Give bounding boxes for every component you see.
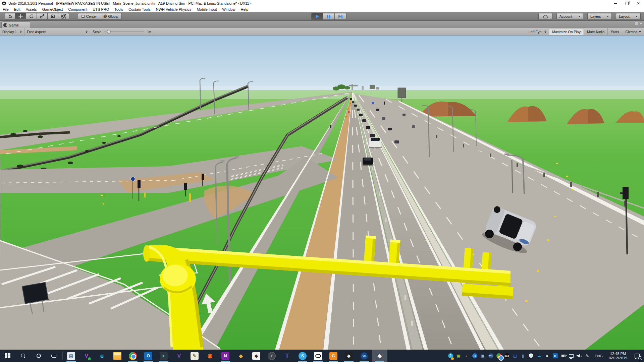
taskbar-app-chrome[interactable] bbox=[125, 350, 141, 362]
taskbar-app-visual-studio[interactable]: V bbox=[171, 350, 187, 362]
pivot-toggle-button[interactable]: Center bbox=[78, 13, 100, 19]
scale-slider-knob[interactable] bbox=[107, 30, 111, 34]
tray-volume[interactable] bbox=[575, 350, 583, 362]
menu-tools[interactable]: Tools bbox=[112, 7, 126, 11]
unity-toolbar: Center Global Account Layers Layout bbox=[0, 12, 644, 21]
stats-toggle[interactable]: Stats bbox=[608, 28, 622, 35]
restore-button[interactable] bbox=[621, 0, 633, 7]
taskbar-app-file-explorer[interactable] bbox=[110, 350, 125, 362]
taskbar-app-outlook[interactable]: O bbox=[141, 350, 156, 362]
layout-dropdown[interactable]: Layout bbox=[616, 13, 641, 20]
mute-audio-toggle[interactable]: Mute Audio bbox=[584, 28, 608, 35]
menu-nwh-vehicle-physics[interactable]: NWH Vehicle Physics bbox=[153, 7, 194, 11]
taskbar-app-drawio[interactable]: ◆ bbox=[233, 350, 249, 362]
move-tool-button[interactable] bbox=[15, 13, 26, 19]
taskbar-app-y[interactable]: Y bbox=[264, 350, 279, 362]
play-button[interactable] bbox=[311, 13, 323, 20]
tray-battery[interactable] bbox=[559, 350, 567, 362]
taskbar-app-skype[interactable]: S bbox=[295, 350, 310, 362]
task-view-button[interactable] bbox=[46, 350, 62, 362]
transform-tool-button[interactable] bbox=[58, 13, 69, 19]
tab-menu-icon[interactable] bbox=[635, 22, 638, 25]
menu-help[interactable]: Help bbox=[238, 7, 251, 11]
clock-time: 12:48 PM bbox=[610, 352, 626, 356]
aspect-selector[interactable]: Free Aspect bbox=[24, 28, 90, 35]
taskbar-app-terminal[interactable]: > bbox=[156, 350, 171, 362]
tray-spreadsheet[interactable]: ▦ bbox=[454, 350, 463, 362]
cortana-button[interactable] bbox=[31, 350, 46, 362]
taskbar-app-teams[interactable]: T bbox=[279, 350, 295, 362]
pause-button[interactable] bbox=[323, 13, 335, 20]
eye-selector[interactable]: Left Eye bbox=[526, 28, 549, 35]
outlook-icon: O bbox=[144, 352, 152, 360]
scale-tool-button[interactable] bbox=[37, 13, 48, 19]
menu-gameobject[interactable]: GameObject bbox=[40, 7, 66, 11]
tray-bluetooth[interactable]: B bbox=[471, 350, 479, 362]
game-viewport[interactable] bbox=[0, 36, 644, 350]
collab-cloud-button[interactable] bbox=[538, 13, 552, 20]
terminal-icon: > bbox=[160, 352, 168, 360]
taskbar-app-blender[interactable]: ◉ bbox=[202, 350, 218, 362]
visual-studio-icon: V bbox=[175, 352, 183, 360]
tray-display-app[interactable]: ◫ bbox=[511, 350, 519, 362]
close-button[interactable]: ✕ bbox=[633, 0, 644, 7]
taskbar-app-unity-hub[interactable]: ◆ bbox=[249, 350, 264, 362]
minimize-button[interactable] bbox=[610, 0, 621, 7]
play-controls bbox=[311, 13, 346, 20]
taskbar-app-vs-installer[interactable]: V bbox=[79, 350, 94, 362]
pivot-label: Center bbox=[86, 14, 97, 18]
tray-defender[interactable]: ✓ bbox=[527, 350, 535, 362]
taskbar-app-vr[interactable]: VR bbox=[357, 350, 372, 362]
menu-file[interactable]: File bbox=[0, 7, 11, 11]
tray-network[interactable] bbox=[567, 350, 575, 362]
menu-uts-pro[interactable]: UTS PRO bbox=[90, 7, 112, 11]
tab-game[interactable]: Game bbox=[1, 21, 30, 28]
tray-vr[interactable]: VR bbox=[487, 350, 495, 362]
taskbar-app-oculus[interactable] bbox=[310, 350, 326, 362]
tray-chrome[interactable] bbox=[495, 350, 503, 362]
chevron-down-icon bbox=[639, 31, 641, 33]
space-toggle-button[interactable]: Global bbox=[100, 13, 122, 19]
chrome-tray-icon bbox=[496, 353, 501, 358]
rotate-tool-button[interactable] bbox=[26, 13, 37, 19]
scale-slider[interactable] bbox=[104, 32, 144, 32]
tab-dropdown-icon[interactable] bbox=[640, 23, 642, 24]
action-center-button[interactable]: 7 bbox=[630, 350, 644, 362]
taskbar-clock[interactable]: 12:48 PM 02/12/2019 bbox=[606, 350, 630, 362]
taskbar-app-edge[interactable]: e bbox=[94, 350, 110, 362]
tray-help[interactable]: ? bbox=[446, 350, 454, 362]
tray-bang-olufsen[interactable]: B&O bbox=[503, 350, 511, 362]
tray-outlook[interactable]: O bbox=[551, 350, 559, 362]
account-dropdown[interactable]: Account bbox=[556, 13, 583, 20]
display-selector[interactable]: Display 1 bbox=[0, 28, 24, 35]
tray-pen[interactable]: ✎ bbox=[583, 350, 591, 362]
search-button[interactable] bbox=[15, 350, 31, 362]
hand-tool-button[interactable] bbox=[5, 13, 15, 19]
menu-window[interactable]: Window bbox=[219, 7, 238, 11]
menu-component[interactable]: Component bbox=[65, 7, 90, 11]
tray-audio-device[interactable]: ◖ bbox=[463, 350, 471, 362]
pen-icon: ✎ bbox=[585, 353, 590, 358]
start-button[interactable] bbox=[0, 350, 15, 362]
tray-usb[interactable]: ▯ bbox=[519, 350, 527, 362]
tray-remote-window[interactable]: ▣ bbox=[479, 350, 487, 362]
taskbar-app-onenote[interactable]: N bbox=[218, 350, 233, 362]
maximize-on-play-toggle[interactable]: Maximize On Play bbox=[549, 28, 584, 35]
taskbar-app-foxit[interactable]: G bbox=[326, 350, 341, 362]
taskbar-app-unity-front[interactable]: ◆ bbox=[372, 350, 387, 362]
taskbar-app-performance-monitor[interactable]: ▤ bbox=[63, 350, 79, 362]
menu-costain-tools[interactable]: Costain Tools bbox=[126, 7, 153, 11]
menu-assets[interactable]: Assets bbox=[23, 7, 40, 11]
taskbar-app-notes[interactable]: ✎ bbox=[187, 350, 202, 362]
step-button[interactable] bbox=[335, 13, 346, 20]
tray-onedrive[interactable]: ☁ bbox=[535, 350, 543, 362]
layers-dropdown[interactable]: Layers bbox=[587, 13, 612, 20]
taskbar-app-unity-editor[interactable]: ◆ bbox=[341, 350, 357, 362]
blender-icon: ◉ bbox=[206, 352, 214, 360]
menu-mobile-input[interactable]: Mobile Input bbox=[194, 7, 220, 11]
rect-tool-button[interactable] bbox=[48, 13, 58, 19]
gizmos-dropdown[interactable]: Gizmos bbox=[622, 28, 644, 35]
language-indicator[interactable]: ENG bbox=[591, 350, 606, 362]
menu-edit[interactable]: Edit bbox=[11, 7, 23, 11]
tray-unity[interactable]: ◆ bbox=[543, 350, 551, 362]
